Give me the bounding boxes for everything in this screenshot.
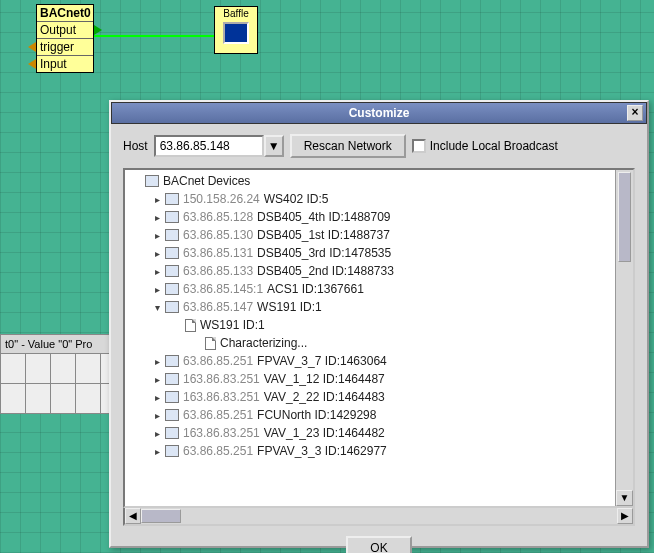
folder-icon [165, 193, 179, 205]
expand-closed-icon[interactable]: ▸ [151, 373, 163, 385]
expand-closed-icon[interactable]: ▸ [151, 229, 163, 241]
node-bacnet0[interactable]: BACnet0 Output trigger Input [36, 4, 94, 73]
tree-row[interactable]: BACnet Devices [125, 172, 615, 190]
tree-label: VAV_1_23 ID:1464482 [264, 426, 385, 440]
tree-row[interactable]: WS191 ID:1 [125, 316, 615, 334]
tree-row[interactable]: ▸63.86.85.251FPVAV_3_7 ID:1463064 [125, 352, 615, 370]
document-icon [205, 337, 216, 350]
tree-row[interactable]: ▸63.86.85.145:1ACS1 ID:1367661 [125, 280, 615, 298]
chevron-down-icon: ▼ [268, 139, 280, 153]
tree-addr: 63.86.85.145:1 [183, 282, 263, 296]
tree-row[interactable]: ▸150.158.26.24WS402 ID:5 [125, 190, 615, 208]
tree-label: WS402 ID:5 [264, 192, 329, 206]
include-broadcast-checkbox[interactable]: Include Local Broadcast [412, 139, 558, 154]
device-tree-container: BACnet Devices▸150.158.26.24WS402 ID:5▸6… [123, 168, 635, 508]
tree-row[interactable]: ▸163.86.83.251VAV_2_22 ID:1464483 [125, 388, 615, 406]
expand-closed-icon[interactable]: ▸ [151, 391, 163, 403]
expand-closed-icon[interactable]: ▸ [151, 193, 163, 205]
side-panel-fragment: t0" - Value "0" Pro [0, 334, 110, 414]
tree-addr: 63.86.85.130 [183, 228, 253, 242]
expand-closed-icon[interactable]: ▸ [151, 355, 163, 367]
property-grid [0, 384, 110, 414]
tree-row[interactable]: ▸63.86.85.251FPVAV_3_3 ID:1462977 [125, 442, 615, 460]
tri-left-icon [28, 42, 36, 52]
tree-row[interactable]: ▾63.86.85.147WS191 ID:1 [125, 298, 615, 316]
scroll-right-icon[interactable]: ▶ [617, 508, 633, 524]
dialog-titlebar[interactable]: Customize × [111, 102, 647, 124]
expand-closed-icon[interactable]: ▸ [151, 283, 163, 295]
folder-icon [165, 391, 179, 403]
tri-left-icon [28, 59, 36, 69]
node-title: Baffle [215, 7, 257, 20]
scroll-left-icon[interactable]: ◀ [125, 508, 141, 524]
tree-row[interactable]: ▸63.86.85.128DSB405_4th ID:1488709 [125, 208, 615, 226]
folder-icon [145, 175, 159, 187]
expand-closed-icon[interactable]: ▸ [151, 211, 163, 223]
expand-closed-icon[interactable]: ▸ [151, 247, 163, 259]
expand-open-icon[interactable]: ▾ [151, 301, 163, 313]
host-combo[interactable]: ▼ [154, 135, 284, 157]
expand-closed-icon[interactable]: ▸ [151, 427, 163, 439]
folder-icon [165, 265, 179, 277]
vertical-scrollbar[interactable]: ▼ [615, 170, 633, 506]
folder-icon [165, 409, 179, 421]
tree-label: DSB405_2nd ID:1488733 [257, 264, 394, 278]
tree-label: Characterizing... [220, 336, 307, 350]
tree-row[interactable]: Characterizing... [125, 334, 615, 352]
port-trigger[interactable]: trigger [37, 38, 93, 55]
tree-addr: 63.86.85.251 [183, 354, 253, 368]
scrollbar-thumb[interactable] [141, 509, 181, 523]
tree-row[interactable]: ▸163.86.83.251VAV_1_12 ID:1464487 [125, 370, 615, 388]
tree-row[interactable]: ▸163.86.83.251VAV_1_23 ID:1464482 [125, 424, 615, 442]
port-output[interactable]: Output [37, 21, 93, 38]
tree-label: ACS1 ID:1367661 [267, 282, 364, 296]
node-baffle[interactable]: Baffle [214, 6, 258, 54]
folder-icon [165, 283, 179, 295]
expand-closed-icon[interactable]: ▸ [151, 265, 163, 277]
tree-addr: 63.86.85.128 [183, 210, 253, 224]
dialog-footer: OK [111, 526, 647, 553]
tree-addr: 63.86.85.133 [183, 264, 253, 278]
tree-addr: 163.86.83.251 [183, 426, 260, 440]
scrollbar-thumb[interactable] [618, 172, 631, 262]
tree-label: FPVAV_3_7 ID:1463064 [257, 354, 387, 368]
tree-row[interactable]: ▸63.86.85.131DSB405_3rd ID:1478535 [125, 244, 615, 262]
host-dropdown-button[interactable]: ▼ [264, 135, 284, 157]
tree-addr: 163.86.83.251 [183, 390, 260, 404]
host-input[interactable] [154, 135, 264, 157]
folder-icon [165, 427, 179, 439]
tree-label: WS191 ID:1 [200, 318, 265, 332]
checkbox-icon [412, 139, 426, 153]
horizontal-scrollbar[interactable]: ◀ ▶ [123, 508, 635, 526]
node-title: BACnet0 [37, 5, 93, 21]
property-grid [0, 354, 110, 384]
folder-icon [165, 373, 179, 385]
folder-icon [165, 247, 179, 259]
folder-icon [165, 229, 179, 241]
tree-label: FPVAV_3_3 ID:1462977 [257, 444, 387, 458]
port-input[interactable]: Input [37, 55, 93, 72]
tree-label: DSB405_3rd ID:1478535 [257, 246, 391, 260]
folder-icon [165, 211, 179, 223]
tree-row[interactable]: ▸63.86.85.251FCUNorth ID:1429298 [125, 406, 615, 424]
scrollbar-track[interactable] [141, 508, 617, 524]
device-tree[interactable]: BACnet Devices▸150.158.26.24WS402 ID:5▸6… [125, 170, 615, 506]
folder-icon [165, 355, 179, 367]
tree-row[interactable]: ▸63.86.85.133DSB405_2nd ID:1488733 [125, 262, 615, 280]
rescan-button[interactable]: Rescan Network [290, 134, 406, 158]
dialog-toolbar: Host ▼ Rescan Network Include Local Broa… [111, 124, 647, 168]
expand-closed-icon[interactable]: ▸ [151, 445, 163, 457]
tree-row[interactable]: ▸63.86.85.130DSB405_1st ID:1488737 [125, 226, 615, 244]
customize-dialog: Customize × Host ▼ Rescan Network Includ… [109, 100, 649, 548]
tree-addr: 63.86.85.251 [183, 408, 253, 422]
tree-addr: 150.158.26.24 [183, 192, 260, 206]
tree-addr: 63.86.85.131 [183, 246, 253, 260]
scroll-down-icon[interactable]: ▼ [616, 490, 633, 506]
expand-closed-icon[interactable]: ▸ [151, 409, 163, 421]
host-label: Host [123, 139, 148, 153]
tree-addr: 63.86.85.147 [183, 300, 253, 314]
connection-wire[interactable] [94, 35, 214, 37]
ok-button[interactable]: OK [346, 536, 411, 553]
close-button[interactable]: × [627, 105, 643, 121]
tree-label: VAV_2_22 ID:1464483 [264, 390, 385, 404]
